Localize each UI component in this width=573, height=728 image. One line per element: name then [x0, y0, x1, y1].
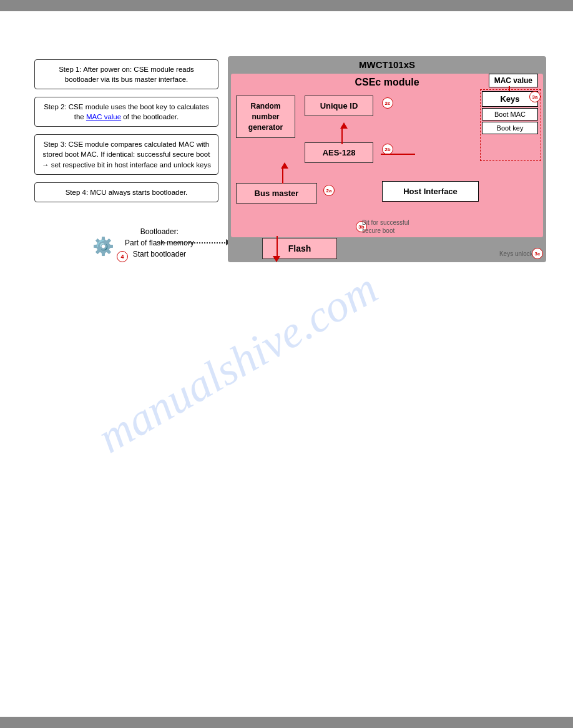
top-bar — [0, 0, 573, 11]
bottom-bar — [0, 717, 573, 728]
csec-module: CSEc module Random number generator Uniq… — [231, 74, 543, 237]
step1-text: Step 1: After power on: CSE module reads… — [59, 66, 194, 83]
watermark: manualshive.com — [89, 262, 386, 464]
step3-box: Step 3: CSE module compares calculated M… — [34, 134, 218, 174]
keys-dashed-border — [480, 89, 541, 161]
badge-4: 4 — [117, 251, 128, 262]
bootloader-title: Bootloader: — [140, 227, 179, 236]
arrow-up-uid — [340, 122, 348, 129]
host-interface-box: Host Interface — [382, 181, 479, 202]
badge-2c: 2c — [382, 97, 393, 109]
gear-icon: ⚙️ — [92, 236, 114, 257]
step2-box: Step 2: CSE module uses the boot key to … — [34, 97, 218, 127]
step1-box: Step 1: After power on: CSE module reads… — [34, 59, 218, 89]
bootloader-line2: Start bootloader — [133, 250, 186, 258]
aes-box: AES-128 — [305, 142, 373, 163]
badge-2a: 2a — [323, 185, 335, 196]
badge-3c: 3c — [532, 248, 543, 259]
arrow-down-flash — [273, 256, 280, 262]
unique-id-box: Unique ID — [305, 96, 373, 116]
mac-link[interactable]: MAC value — [86, 113, 121, 121]
mac-value-box: MAC value — [489, 74, 538, 87]
arrow-line-uid — [341, 129, 343, 144]
bus-master-box: Bus master — [236, 183, 317, 204]
step4-box: Step 4: MCU always starts bootloader. — [34, 182, 218, 202]
step3-text: Step 3: CSE module compares calculated M… — [42, 140, 211, 168]
red-line-aes-keys — [381, 154, 415, 155]
diagram-wrapper: MWCT101xS CSEc module Random number gene… — [228, 56, 546, 262]
rng-box: Random number generator — [236, 96, 295, 138]
arrow-line-busmaster — [282, 169, 283, 184]
steps-container: Step 1: After power on: CSE module reads… — [34, 59, 218, 210]
diagram-title: MWCT101xS — [228, 59, 546, 70]
arrow-up-busmaster — [281, 162, 288, 169]
red-line-flash-v — [277, 236, 278, 258]
bit-text: Bit for successful secure boot — [362, 219, 418, 235]
dotted-arrow — [159, 242, 228, 243]
step4-text: Step 4: MCU always starts bootloader. — [66, 189, 188, 196]
